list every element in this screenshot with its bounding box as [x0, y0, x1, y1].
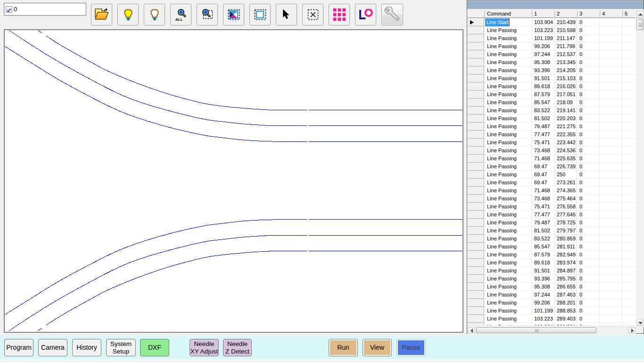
- svg-text:ALL: ALL: [175, 17, 183, 22]
